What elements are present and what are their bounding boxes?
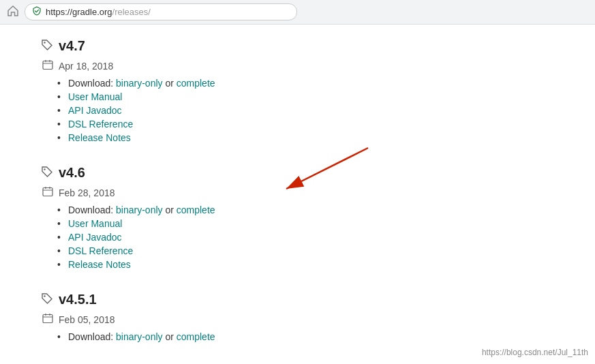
date-row-v4.6: Feb 28, 2018: [42, 186, 554, 199]
release-entry-v4.5.1: v4.5.1 Feb 05, 2018 Download: binary-onl…: [41, 292, 554, 344]
date-text-v4.6: Feb 28, 2018: [59, 187, 115, 198]
version-row-v4.7: v4.7: [41, 38, 554, 54]
url-text: https://gradle.org/releases/: [46, 7, 151, 17]
binary-only-link-v4.7[interactable]: binary-only: [116, 78, 162, 89]
svg-point-12: [44, 295, 45, 297]
user-manual-link-v4.6[interactable]: User Manual: [68, 218, 122, 229]
list-item: User Manual: [68, 90, 554, 104]
version-row-v4.6: v4.6: [41, 165, 554, 181]
version-label-v4.5.1: v4.5.1: [59, 292, 97, 307]
list-item: API Javadoc: [68, 230, 554, 244]
url-bar[interactable]: https://gradle.org/releases/: [25, 3, 297, 20]
list-item: Release Notes: [68, 258, 554, 271]
date-row-v4.5.1: Feb 05, 2018: [42, 313, 554, 326]
date-text-v4.5.1: Feb 05, 2018: [59, 314, 115, 325]
tag-icon-v4.7: [41, 39, 53, 54]
list-item: DSL Reference: [68, 117, 554, 131]
date-row-v4.7: Apr 18, 2018: [42, 59, 554, 72]
list-item: Download: binary-only or complete: [68, 330, 554, 344]
list-item: Release Notes: [68, 131, 554, 145]
dsl-reference-link-v4.6[interactable]: DSL Reference: [68, 245, 133, 256]
dsl-reference-link-v4.7[interactable]: DSL Reference: [68, 119, 133, 130]
version-row-v4.5.1: v4.5.1: [41, 292, 554, 307]
release-notes-link-v4.6[interactable]: Release Notes: [68, 259, 131, 270]
svg-rect-6: [43, 188, 52, 196]
tag-icon-v4.6: [41, 166, 53, 181]
release-entry-v4.7: v4.7 Apr 18, 2018 Download: binary-only …: [41, 38, 554, 145]
binary-only-link-v4.6[interactable]: binary-only: [116, 204, 162, 215]
list-item: User Manual: [68, 217, 554, 230]
list-item: Download: binary-only or complete: [68, 203, 554, 217]
svg-point-5: [44, 168, 45, 170]
svg-rect-1: [43, 61, 52, 70]
complete-link-v4.6[interactable]: complete: [177, 204, 215, 215]
api-javadoc-link-v4.6[interactable]: API Javadoc: [68, 232, 122, 243]
complete-link-v4.5.1[interactable]: complete: [177, 331, 215, 342]
complete-link-v4.7[interactable]: complete: [177, 78, 215, 89]
links-list-v4.5.1: Download: binary-only or complete: [68, 330, 554, 344]
links-list-v4.6: Download: binary-only or complete User M…: [68, 203, 554, 271]
browser-bar: https://gradle.org/releases/: [0, 0, 595, 25]
page-content: v4.7 Apr 18, 2018 Download: binary-only …: [0, 25, 595, 364]
calendar-icon-v4.6: [42, 186, 53, 199]
links-list-v4.7: Download: binary-only or complete User M…: [68, 76, 554, 145]
release-entry-v4.6: v4.6 Feb 28, 2018 Download: binary-only …: [41, 165, 554, 271]
version-label-v4.7: v4.7: [59, 38, 85, 54]
calendar-icon-v4.7: [42, 59, 53, 72]
release-notes-link-v4.7[interactable]: Release Notes: [68, 132, 131, 143]
version-label-v4.6: v4.6: [59, 165, 85, 181]
secure-icon: [32, 6, 42, 18]
list-item: DSL Reference: [68, 244, 554, 258]
home-icon[interactable]: [7, 5, 19, 19]
api-javadoc-link-v4.7[interactable]: API Javadoc: [68, 105, 122, 116]
svg-rect-13: [43, 315, 52, 323]
svg-point-0: [44, 42, 45, 43]
tag-icon-v4.5.1: [41, 292, 53, 307]
binary-only-link-v4.5.1[interactable]: binary-only: [116, 331, 162, 342]
user-manual-link-v4.7[interactable]: User Manual: [68, 91, 122, 102]
calendar-icon-v4.5.1: [42, 313, 53, 326]
list-item: Download: binary-only or complete: [68, 76, 554, 90]
date-text-v4.7: Apr 18, 2018: [59, 61, 113, 72]
watermark: https://blog.csdn.net/Jul_11th: [482, 348, 588, 357]
list-item: API Javadoc: [68, 104, 554, 117]
